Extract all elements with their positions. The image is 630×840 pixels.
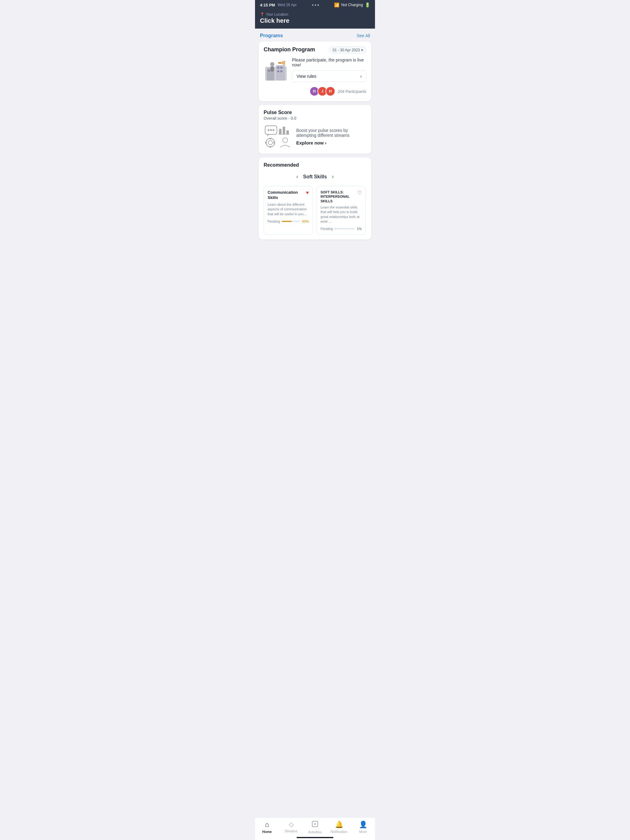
- nav-label: Streams: [285, 829, 298, 833]
- progress-percent: 53%: [302, 219, 309, 223]
- program-title: Champion Program: [264, 46, 315, 53]
- svg-rect-18: [279, 129, 282, 134]
- course-footer: Pending 1%: [321, 227, 362, 231]
- prev-skills-arrow[interactable]: ‹: [295, 172, 299, 181]
- svg-point-15: [270, 129, 272, 131]
- nav-item-home[interactable]: ⌂ Home: [255, 821, 279, 834]
- chevron-down-icon: ▾: [361, 48, 363, 52]
- svg-point-28: [283, 138, 288, 143]
- program-card-header: Champion Program 01 - 30 Apr 2023 ▾: [264, 46, 366, 54]
- status-date: Wed 26 Apr: [277, 3, 296, 7]
- date-range: 01 - 30 Apr 2023: [332, 48, 360, 52]
- more-icon: 👤: [359, 821, 367, 829]
- explore-now-button[interactable]: Explore now ›: [296, 140, 366, 145]
- program-info: Please participate, the program is live …: [292, 57, 366, 82]
- program-card: Champion Program 01 - 30 Apr 2023 ▾: [259, 41, 371, 101]
- svg-rect-10: [271, 66, 274, 71]
- location-pin-icon: 📍: [260, 12, 264, 17]
- main-content: Programs See All Champion Program 01 - 3…: [255, 28, 375, 268]
- nav-label: More: [359, 830, 367, 834]
- svg-rect-19: [283, 127, 285, 134]
- see-all-button[interactable]: See All: [356, 33, 370, 38]
- status-dots: [312, 4, 319, 6]
- progress-bar: [335, 228, 355, 229]
- pulse-score-text: Overall score - 0.0: [264, 116, 366, 120]
- course-card: SOFT SKILLS: INTERPERSONAL SKILLS ♡ Lear…: [317, 186, 366, 235]
- progress-fill: [282, 221, 291, 222]
- header-title[interactable]: Click here: [260, 17, 370, 24]
- wifi-icon: 📶: [334, 2, 339, 7]
- course-title: Communication Skills: [268, 190, 304, 201]
- course-footer: Pending 53%: [268, 219, 309, 223]
- svg-rect-26: [265, 142, 267, 144]
- pulse-info: Boost your pulse scores by attempting di…: [296, 128, 366, 145]
- nav-label: Activities: [308, 830, 321, 834]
- view-rules-button[interactable]: View rules ›: [292, 70, 366, 82]
- pulse-description: Boost your pulse scores by attempting di…: [296, 128, 366, 138]
- course-card-header: SOFT SKILLS: INTERPERSONAL SKILLS ♡: [321, 190, 362, 203]
- svg-rect-5: [277, 67, 279, 69]
- svg-point-23: [268, 141, 272, 145]
- streams-icon: ◇: [289, 821, 293, 828]
- home-icon: ⌂: [265, 821, 269, 829]
- bottom-nav: ⌂ Home ◇ Streams Activities 🔔 Notificati…: [255, 817, 375, 840]
- chevron-right-icon: ›: [325, 140, 326, 145]
- progress-percent: 1%: [357, 227, 362, 231]
- svg-point-22: [266, 138, 275, 147]
- nav-label: Notification: [331, 830, 347, 834]
- location-label: Your Location: [266, 12, 288, 17]
- programs-title: Programs: [260, 33, 283, 38]
- heart-icon[interactable]: ♥: [306, 190, 309, 196]
- nav-item-more[interactable]: 👤 More: [351, 821, 375, 834]
- charging-status: Not Charging: [341, 3, 363, 7]
- course-card-header: Communication Skills ♥: [268, 190, 309, 201]
- svg-rect-20: [287, 130, 289, 134]
- skills-nav-title: Soft Skills: [303, 174, 327, 180]
- svg-rect-12: [279, 62, 281, 64]
- course-description: Learn the essential skills that will hel…: [321, 205, 362, 224]
- avatar: H: [326, 87, 335, 96]
- program-body: Please participate, the program is live …: [264, 57, 366, 82]
- battery-icon: 🔋: [365, 2, 370, 7]
- course-description: Learn about the different aspects of com…: [268, 202, 309, 216]
- svg-marker-11: [280, 61, 285, 65]
- pulse-body: Boost your pulse scores by attempting di…: [264, 124, 366, 149]
- svg-point-16: [272, 129, 274, 131]
- participants-row: H J H 204 Participants: [264, 87, 366, 96]
- course-title: SOFT SKILLS: INTERPERSONAL SKILLS: [321, 190, 356, 203]
- nav-item-notification[interactable]: 🔔 Notification: [327, 821, 351, 834]
- activities-icon: [312, 821, 318, 829]
- progress-bar: [282, 221, 300, 222]
- location-row: 📍 Your Location: [260, 12, 370, 17]
- status-bar: 4:15 PM Wed 26 Apr 📶 Not Charging 🔋: [255, 0, 375, 10]
- course-status: Pending: [268, 219, 280, 223]
- pulse-image: [264, 124, 291, 149]
- status-time: 4:15 PM: [260, 3, 275, 7]
- programs-section-header: Programs See All: [255, 28, 375, 41]
- chevron-right-icon: ›: [360, 74, 362, 79]
- nav-item-streams[interactable]: ◇ Streams: [279, 821, 303, 834]
- avatar-group: H J H: [309, 87, 335, 96]
- svg-rect-24: [269, 138, 271, 139]
- home-indicator: [296, 837, 334, 838]
- recommended-title: Recommended: [264, 163, 366, 168]
- svg-rect-3: [268, 70, 270, 72]
- recommended-section: Recommended ‹ Soft Skills › Communicatio…: [259, 158, 371, 240]
- course-card: Communication Skills ♥ Learn about the d…: [264, 186, 313, 235]
- program-description: Please participate, the program is live …: [292, 57, 366, 67]
- date-badge[interactable]: 01 - 30 Apr 2023 ▾: [329, 46, 366, 54]
- nav-item-activities[interactable]: Activities: [303, 821, 327, 834]
- header: 📍 Your Location Click here: [255, 10, 375, 28]
- heart-icon[interactable]: ♡: [358, 190, 362, 196]
- participants-count: 204 Participants: [338, 89, 366, 94]
- skills-nav: ‹ Soft Skills ›: [264, 172, 366, 181]
- next-skills-arrow[interactable]: ›: [331, 172, 335, 181]
- svg-marker-17: [268, 134, 269, 136]
- pulse-score-card: Pulse Score Overall score - 0.0: [259, 105, 371, 154]
- course-status: Pending: [321, 227, 333, 231]
- status-right: 📶 Not Charging 🔋: [334, 2, 370, 7]
- program-image: [264, 57, 288, 82]
- svg-rect-6: [280, 67, 282, 69]
- svg-rect-7: [277, 70, 279, 72]
- notification-icon: 🔔: [335, 821, 343, 829]
